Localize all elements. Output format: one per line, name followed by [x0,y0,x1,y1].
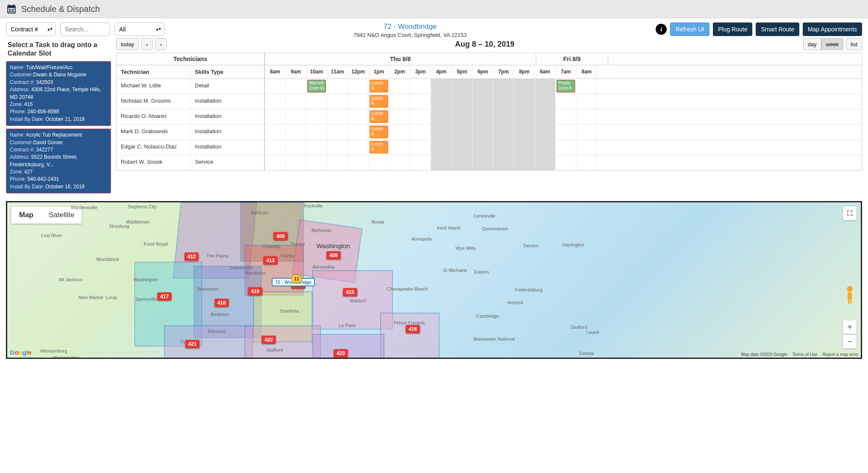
time-cell[interactable] [576,125,597,140]
time-cell[interactable] [286,155,306,170]
time-cell[interactable] [535,79,556,94]
time-cell[interactable] [452,109,473,124]
time-cell[interactable] [473,109,493,124]
time-cell[interactable] [306,94,327,109]
time-cell[interactable] [514,155,535,170]
time-cell[interactable] [535,109,556,124]
time-cell[interactable] [473,79,493,94]
time-cell[interactable] [389,94,410,109]
fullscreen-button[interactable] [843,207,857,220]
zone-marker[interactable]: 422 [262,336,276,344]
time-cell[interactable] [389,140,410,155]
zone-marker[interactable]: 409 [326,251,341,260]
time-cell[interactable] [286,79,306,94]
time-cell[interactable] [493,155,514,170]
map[interactable]: Map Satellite WashingtonRockvilleBethesd… [6,201,862,359]
time-cell[interactable] [306,109,327,124]
search-input[interactable] [60,22,110,36]
next-button[interactable]: › [155,38,166,50]
zone-marker[interactable]: 413 [263,256,278,265]
time-cell[interactable] [265,94,286,109]
time-cell[interactable] [556,155,576,170]
plug-route-button[interactable]: Plug Route [713,22,752,36]
time-cell[interactable] [327,155,348,170]
lunch-event[interactable]: Lunch A [370,110,388,123]
time-cell[interactable] [327,109,348,124]
week-view-button[interactable]: week [821,38,843,50]
time-cell[interactable] [286,140,306,155]
time-cell[interactable] [348,94,369,109]
list-view-button[interactable]: list [846,38,862,50]
zone-marker[interactable]: 423 [334,349,348,358]
zone-marker[interactable]: 416 [406,325,420,333]
time-cell[interactable] [556,94,576,109]
task-card[interactable]: Name: Acrylic Tub ReplacementCustomer:Da… [6,129,111,193]
zone-marker[interactable]: 418 [214,299,229,307]
satellite-tab[interactable]: Satellite [41,207,82,224]
time-cell[interactable] [348,140,369,155]
time-cell[interactable] [473,140,493,155]
map-appointments-button[interactable]: Map Appointments [803,22,862,36]
time-cell[interactable] [431,109,452,124]
time-cell[interactable] [431,94,452,109]
time-cell[interactable] [576,94,597,109]
time-cell[interactable] [535,94,556,109]
time-cell[interactable] [265,155,286,170]
time-cell[interactable] [286,109,306,124]
day-view-button[interactable]: day [803,38,821,50]
time-cell[interactable] [410,140,431,155]
time-cell[interactable] [286,94,306,109]
time-cell[interactable] [327,94,348,109]
zone-marker[interactable]: 421 [185,340,200,348]
time-cell[interactable] [576,155,597,170]
lunch-event[interactable]: Lunch A [370,80,388,92]
time-cell[interactable] [265,79,286,94]
time-cell[interactable] [431,125,452,140]
time-cell[interactable] [348,79,369,94]
prev-button[interactable]: ‹ [142,38,153,50]
pegman-icon[interactable] [843,285,857,302]
time-cell[interactable] [452,79,473,94]
time-cell[interactable] [514,79,535,94]
time-cell[interactable] [535,125,556,140]
time-cell[interactable] [535,155,556,170]
lunch-event[interactable]: Lunch A [370,141,388,154]
time-cell[interactable] [452,140,473,155]
time-cell[interactable] [556,125,576,140]
time-cell[interactable] [473,155,493,170]
time-cell[interactable] [473,94,493,109]
time-cell[interactable] [556,140,576,155]
time-cell[interactable] [327,79,348,94]
time-cell[interactable] [431,140,452,155]
map-terms-link[interactable]: Terms of Use [793,352,818,357]
time-cell[interactable] [410,125,431,140]
time-cell[interactable] [306,155,327,170]
time-cell[interactable] [327,125,348,140]
today-button[interactable]: today [116,38,139,50]
zone-marker[interactable]: 408 [273,232,288,241]
time-cell[interactable] [431,79,452,94]
time-cell[interactable] [535,140,556,155]
map-report-link[interactable]: Report a map error [823,352,858,357]
appointment-event[interactable]: Mitchell Zone:41 [307,80,326,92]
time-cell[interactable] [556,109,576,124]
time-cell[interactable] [389,155,410,170]
task-card[interactable]: Name: Tub/Wall/Fixture/AccCustomer:Dwain… [6,61,111,126]
time-cell[interactable] [306,140,327,155]
time-cell[interactable] [265,109,286,124]
time-cell[interactable] [431,155,452,170]
time-cell[interactable] [389,109,410,124]
time-cell[interactable] [514,94,535,109]
time-cell[interactable] [348,155,369,170]
refresh-button[interactable]: Refresh UI [670,22,709,36]
time-cell[interactable] [452,125,473,140]
lunch-event[interactable]: Lunch A [370,95,388,108]
calendar-body[interactable]: Michael W. LittleDetailMitchell Zone:41L… [117,79,862,170]
time-cell[interactable] [265,140,286,155]
time-cell[interactable] [514,109,535,124]
time-cell[interactable] [473,125,493,140]
time-cell[interactable] [493,140,514,155]
time-cell[interactable] [576,140,597,155]
time-cell[interactable] [410,94,431,109]
filter-select[interactable]: All [114,22,164,36]
